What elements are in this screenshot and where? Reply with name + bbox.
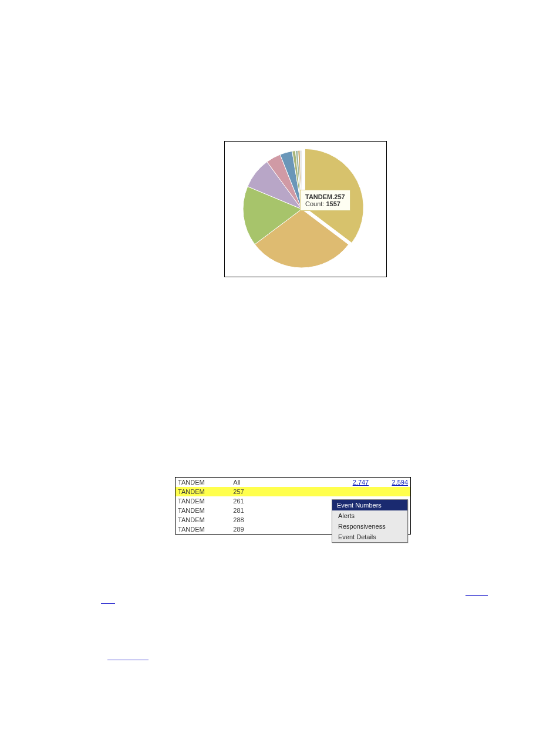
- table-cell: [315, 487, 372, 496]
- table-cell: TANDEM: [176, 487, 231, 496]
- table-cell: TANDEM: [176, 478, 231, 487]
- table-cell: 288: [231, 515, 315, 525]
- count-link[interactable]: 2,594: [392, 479, 408, 486]
- table-cell: TANDEM: [176, 525, 231, 534]
- table-cell: TANDEM: [176, 506, 231, 515]
- table-cell: TANDEM: [176, 515, 231, 525]
- table-cell: 2,594: [371, 478, 410, 487]
- context-menu-item[interactable]: Alerts: [332, 510, 407, 521]
- context-menu-item[interactable]: Event Details: [332, 532, 407, 542]
- context-menu-title: Event Numbers: [332, 500, 407, 510]
- link-fragment: [101, 603, 115, 604]
- link-fragment: [465, 595, 488, 596]
- tooltip-metric-label: Count:: [305, 200, 324, 207]
- table-cell: 257: [231, 487, 315, 496]
- table-row[interactable]: TANDEMAll2,7472,594: [176, 478, 410, 487]
- table-cell: 2,747: [315, 478, 372, 487]
- table-cell: TANDEM: [176, 496, 231, 506]
- context-menu-item[interactable]: Responsiveness: [332, 521, 407, 532]
- table-cell: All: [231, 478, 315, 487]
- pie-chart-panel: TANDEM.257 Count: 1557: [224, 141, 387, 277]
- count-link[interactable]: 2,747: [353, 479, 369, 486]
- tooltip-metric-value: 1557: [326, 200, 340, 207]
- tooltip-label: TANDEM.257: [305, 193, 345, 200]
- table-cell: 289: [231, 525, 315, 534]
- table-cell: 281: [231, 506, 315, 515]
- table-cell: 261: [231, 496, 315, 506]
- table-cell: [371, 487, 410, 496]
- context-menu[interactable]: Event Numbers AlertsResponsivenessEvent …: [332, 499, 408, 543]
- table-row[interactable]: TANDEM257: [176, 487, 410, 496]
- link-fragment: [107, 660, 149, 660]
- chart-tooltip: TANDEM.257 Count: 1557: [300, 190, 350, 211]
